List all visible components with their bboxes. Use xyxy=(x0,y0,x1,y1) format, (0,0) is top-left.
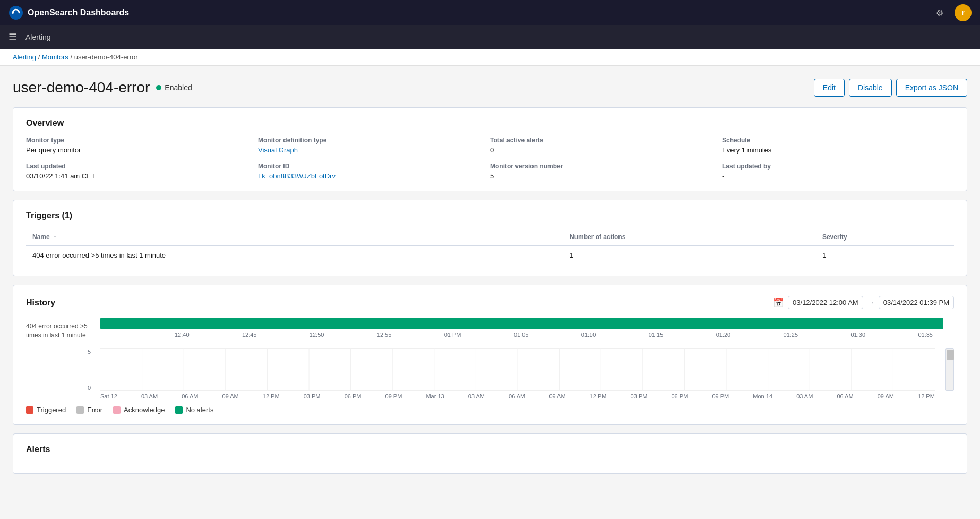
col-severity: Severity xyxy=(816,229,954,245)
trigger-severity: 1 xyxy=(816,245,954,265)
overview-last-updated-by: Last updated by - xyxy=(722,163,954,180)
page-title: user-demo-404-error xyxy=(13,79,150,96)
col-name[interactable]: Name ↑ xyxy=(26,229,563,245)
status-badge: Enabled xyxy=(156,83,192,92)
scrollbar-thumb[interactable] xyxy=(947,350,954,360)
status-label: Enabled xyxy=(165,83,192,92)
triggers-title: Triggers (1) xyxy=(26,211,954,220)
svg-point-1 xyxy=(12,12,14,14)
date-range-picker: 📅 03/12/2022 12:00 AM → 03/14/2022 01:39… xyxy=(773,296,954,309)
overview-version-number: Monitor version number 5 xyxy=(490,163,722,180)
overview-schedule: Schedule Every 1 minutes xyxy=(722,137,954,154)
triggers-header-row: Name ↑ Number of actions Severity xyxy=(26,229,954,245)
history-header: History 📅 03/12/2022 12:00 AM → 03/14/20… xyxy=(26,296,954,309)
overview-definition-type: Monitor definition type Visual Graph xyxy=(258,137,490,154)
scrollbar-track[interactable] xyxy=(945,348,954,391)
lower-chart-wrapper: 5 0 xyxy=(26,348,954,399)
overview-total-alerts: Total active alerts 0 xyxy=(490,137,722,154)
legend-triggered: Triggered xyxy=(26,406,66,414)
settings-button[interactable]: ⚙ xyxy=(931,4,948,21)
calendar-icon[interactable]: 📅 xyxy=(773,297,784,308)
legend-triggered-color xyxy=(26,406,33,414)
breadcrumb-current: user-demo-404-error xyxy=(74,53,138,61)
y-axis-labels: 5 0 xyxy=(88,348,91,391)
logo-text: OpenSearch Dashboards xyxy=(28,8,129,18)
top-nav-right: ⚙ r xyxy=(931,4,972,21)
arrow-right-icon: → xyxy=(867,299,874,307)
alerts-section: Alerts xyxy=(13,433,967,474)
overview-title: Overview xyxy=(26,118,954,128)
table-row: 404 error occurred >5 times in last 1 mi… xyxy=(26,245,954,265)
opensearch-logo-icon xyxy=(8,5,23,20)
breadcrumb: Alerting / Monitors / user-demo-404-erro… xyxy=(0,49,980,66)
triggers-table-head: Name ↑ Number of actions Severity xyxy=(26,229,954,245)
breadcrumb-monitors[interactable]: Monitors xyxy=(42,53,68,61)
legend-error-label: Error xyxy=(87,406,102,414)
timeline-chart: 404 error occurred >5 times in last 1 mi… xyxy=(26,318,954,344)
overview-monitor-id: Monitor ID Lk_obn8B33WJZbFotDrv xyxy=(258,163,490,180)
triggers-table-body: 404 error occurred >5 times in last 1 mi… xyxy=(26,245,954,265)
legend-no-alerts-color xyxy=(175,406,183,414)
date-from-input[interactable]: 03/12/2022 12:00 AM xyxy=(788,296,863,309)
lower-chart-svg xyxy=(100,348,935,391)
legend-no-alerts: No alerts xyxy=(175,406,213,414)
logo: OpenSearch Dashboards xyxy=(8,5,129,20)
overview-monitor-type: Monitor type Per query monitor xyxy=(26,137,258,154)
date-to-input[interactable]: 03/14/2022 01:39 PM xyxy=(879,296,954,309)
chart-label: 404 error occurred >5 times in last 1 mi… xyxy=(26,322,98,340)
sub-nav: ☰ Alerting xyxy=(0,25,980,49)
svg-point-0 xyxy=(9,6,23,20)
export-json-button[interactable]: Export as JSON xyxy=(896,79,967,97)
col-actions: Number of actions xyxy=(563,229,816,245)
page-title-area: user-demo-404-error Enabled xyxy=(13,79,192,96)
sub-nav-title: Alerting xyxy=(25,33,50,41)
top-nav: OpenSearch Dashboards ⚙ r xyxy=(0,0,980,25)
header-actions: Edit Disable Export as JSON xyxy=(814,79,967,97)
triggers-table: Name ↑ Number of actions Severity 404 er… xyxy=(26,229,954,265)
gear-icon: ⚙ xyxy=(936,8,943,18)
overview-card: Overview Monitor type Per query monitor … xyxy=(13,107,967,191)
legend-triggered-label: Triggered xyxy=(37,406,66,414)
disable-button[interactable]: Disable xyxy=(849,79,892,97)
time-labels-bottom: Sat 12 03 AM 06 AM 09 AM 12 PM 03 PM 06 … xyxy=(100,393,935,399)
green-bar xyxy=(100,318,943,329)
status-dot-icon xyxy=(156,85,161,90)
alerts-title: Alerts xyxy=(26,445,954,454)
lower-chart-inner: 5 0 xyxy=(100,348,954,399)
legend-no-alerts-label: No alerts xyxy=(186,406,213,414)
overview-last-updated: Last updated 03/10/22 1:41 am CET xyxy=(26,163,258,180)
history-card: History 📅 03/12/2022 12:00 AM → 03/14/20… xyxy=(13,285,967,425)
overview-grid: Monitor type Per query monitor Monitor d… xyxy=(26,137,954,180)
edit-button[interactable]: Edit xyxy=(814,79,845,97)
breadcrumb-sep-2: / xyxy=(70,53,74,61)
history-title: History xyxy=(26,298,55,308)
chart-legend: Triggered Error Acknowledge No alerts xyxy=(26,406,954,414)
user-avatar[interactable]: r xyxy=(955,4,972,21)
triggers-card: Triggers (1) Name ↑ Number of actions Se… xyxy=(13,200,967,276)
main-content: user-demo-404-error Enabled Edit Disable… xyxy=(0,66,980,519)
hamburger-button[interactable]: ☰ xyxy=(8,31,17,43)
trigger-name: 404 error occurred >5 times in last 1 mi… xyxy=(26,245,563,265)
top-nav-left: OpenSearch Dashboards xyxy=(8,5,129,20)
hamburger-icon: ☰ xyxy=(8,32,17,42)
trigger-actions: 1 xyxy=(563,245,816,265)
legend-acknowledge: Acknowledge xyxy=(113,406,165,414)
sort-icon: ↑ xyxy=(54,234,56,240)
breadcrumb-alerting[interactable]: Alerting xyxy=(13,53,36,61)
page-header: user-demo-404-error Enabled Edit Disable… xyxy=(13,79,967,97)
legend-error: Error xyxy=(76,406,102,414)
time-labels-top: 12:40 12:45 12:50 12:55 01 PM 01:05 01:1… xyxy=(175,331,943,338)
legend-error-color xyxy=(76,406,84,414)
legend-acknowledge-label: Acknowledge xyxy=(124,406,165,414)
legend-acknowledge-color xyxy=(113,406,121,414)
breadcrumb-sep-1: / xyxy=(38,53,42,61)
bar-container: 12:40 12:45 12:50 12:55 01 PM 01:05 01:1… xyxy=(100,318,954,338)
